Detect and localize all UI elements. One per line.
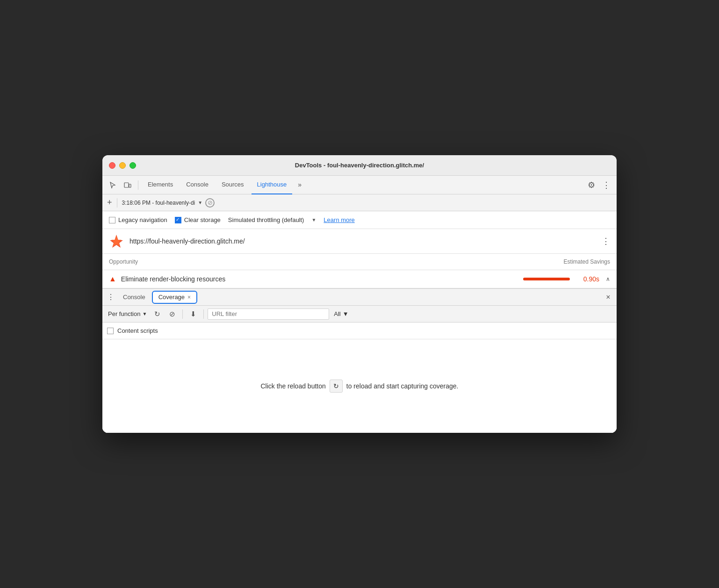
devtools-panel: Elements Console Sources Lighthouse » ⚙ … — [102, 176, 617, 433]
settings-icon[interactable]: ⚙ — [585, 179, 598, 192]
all-dropdown[interactable]: All ▼ — [331, 309, 351, 318]
clear-storage-checkbox-label[interactable]: Clear storage — [175, 216, 221, 223]
coverage-message-after: to reload and start capturing coverage. — [346, 382, 459, 390]
minimize-button[interactable] — [119, 162, 126, 169]
device-toggle-icon[interactable] — [121, 179, 134, 192]
entry-menu-icon[interactable]: ⋮ — [602, 236, 610, 246]
coverage-message-before: Click the reload button — [260, 382, 325, 390]
per-function-arrow-icon: ▼ — [142, 311, 147, 316]
url-filter-input[interactable] — [208, 308, 329, 320]
url-bar: + 3:18:06 PM - foul-heavenly-di ▼ ⊘ — [102, 194, 617, 211]
audit-expand-chevron[interactable]: ∧ — [606, 276, 610, 282]
throttling-label: Simulated throttling (default) — [228, 216, 304, 223]
coverage-toolbar-divider — [182, 309, 183, 319]
learn-more-link[interactable]: Learn more — [324, 216, 354, 223]
bottom-panel: ⋮ Console Coverage × × Per function ▼ — [102, 288, 617, 433]
more-tabs-button[interactable]: » — [294, 176, 305, 194]
url-timestamp: 3:18:06 PM - foul-heavenly-di — [122, 200, 195, 206]
estimated-savings-label: Estimated Savings — [564, 258, 610, 265]
per-function-label: Per function — [108, 310, 140, 317]
all-label: All — [334, 310, 340, 317]
reload-coverage-button[interactable]: ↻ — [151, 308, 164, 321]
audit-severity-bar — [523, 278, 570, 280]
audit-saving: 0.90s — [578, 275, 599, 283]
add-panel-button[interactable]: + — [107, 198, 112, 208]
per-function-dropdown[interactable]: Per function ▼ — [106, 309, 149, 318]
panel-tab-bar: ⋮ Console Coverage × × — [102, 289, 617, 306]
panel-close-button[interactable]: × — [602, 291, 615, 304]
tab-console[interactable]: Console — [180, 176, 214, 194]
lighthouse-url: https://foul-heavenly-direction.glitch.m… — [129, 237, 596, 245]
url-dropdown-arrow[interactable]: ▼ — [198, 200, 202, 205]
panel-menu-icon[interactable]: ⋮ — [104, 291, 117, 304]
clear-storage-label: Clear storage — [184, 216, 221, 223]
inline-reload-button[interactable]: ↻ — [330, 380, 343, 393]
lighthouse-entry-row: https://foul-heavenly-direction.glitch.m… — [102, 229, 617, 254]
coverage-toolbar-divider2 — [203, 309, 204, 319]
url-bar-divider — [117, 198, 117, 208]
content-scripts-checkbox[interactable] — [107, 328, 114, 334]
main-toolbar: Elements Console Sources Lighthouse » ⚙ … — [102, 176, 617, 194]
content-scripts-row: Content scripts — [102, 323, 617, 339]
content-scripts-label: Content scripts — [117, 327, 158, 334]
toolbar-divider — [138, 180, 138, 190]
options-bar: Legacy navigation Clear storage Simulate… — [102, 211, 617, 229]
tab-elements[interactable]: Elements — [142, 176, 179, 194]
block-icon[interactable]: ⊘ — [205, 198, 215, 208]
tab-sources[interactable]: Sources — [216, 176, 250, 194]
opportunity-header: Opportunity Estimated Savings — [102, 254, 617, 270]
opportunity-label: Opportunity — [109, 258, 138, 265]
legacy-navigation-label: Legacy navigation — [118, 216, 167, 223]
export-coverage-button[interactable]: ⬇ — [187, 308, 200, 321]
audit-row: ▲ Eliminate render-blocking resources 0.… — [102, 270, 617, 288]
panel-tab-console[interactable]: Console — [117, 289, 151, 306]
panel-tab-coverage[interactable]: Coverage × — [152, 291, 197, 304]
cursor-icon[interactable] — [106, 179, 119, 192]
coverage-toolbar: Per function ▼ ↻ ⊘ ⬇ All ▼ — [102, 306, 617, 323]
coverage-empty-state: Click the reload button ↻ to reload and … — [102, 339, 617, 433]
audit-title: Eliminate render-blocking resources — [121, 275, 518, 283]
clear-storage-checkbox[interactable] — [175, 217, 181, 223]
warning-icon: ▲ — [109, 275, 116, 283]
svg-rect-1 — [129, 184, 131, 187]
traffic-lights — [109, 162, 136, 169]
window-title: DevTools - foul-heavenly-direction.glitc… — [295, 162, 424, 169]
close-button[interactable] — [109, 162, 115, 169]
menu-icon[interactable]: ⋮ — [600, 179, 613, 192]
lighthouse-logo-icon — [109, 234, 124, 249]
legacy-navigation-checkbox-label[interactable]: Legacy navigation — [109, 216, 167, 223]
maximize-button[interactable] — [129, 162, 136, 169]
tab-lighthouse[interactable]: Lighthouse — [252, 176, 293, 194]
legacy-navigation-checkbox[interactable] — [109, 217, 115, 223]
title-bar: DevTools - foul-heavenly-direction.glitc… — [102, 155, 617, 176]
all-dropdown-arrow-icon: ▼ — [343, 310, 349, 317]
coverage-tab-close-icon[interactable]: × — [187, 294, 191, 301]
clear-coverage-button[interactable]: ⊘ — [165, 308, 179, 321]
svg-rect-0 — [124, 183, 129, 187]
throttling-dropdown-arrow[interactable]: ▼ — [311, 217, 316, 222]
